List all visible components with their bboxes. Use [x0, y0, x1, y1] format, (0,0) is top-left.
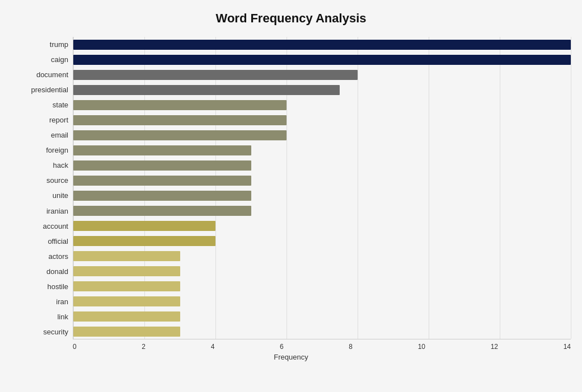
bar: [73, 145, 251, 155]
bar-row: [73, 265, 571, 277]
bar-row: [73, 220, 571, 232]
y-label: iran: [56, 298, 68, 305]
bar: [73, 40, 571, 50]
bar: [73, 115, 287, 125]
x-axis-label: Frequency: [11, 353, 571, 361]
chart-area: trumpcaigndocumentpresidentialstaterepor…: [11, 37, 571, 339]
bar: [73, 176, 251, 186]
y-label: link: [57, 313, 68, 320]
y-label: state: [53, 101, 68, 108]
bar-row: [73, 280, 571, 292]
bar-row: [73, 84, 571, 96]
y-label: report: [49, 116, 68, 124]
y-label: official: [48, 238, 68, 245]
y-label: iranian: [46, 207, 68, 215]
bar-row: [73, 310, 571, 323]
bottom-section: 02468101214 Frequency: [11, 339, 571, 361]
bar: [73, 311, 180, 322]
x-tick: 0: [73, 343, 77, 351]
x-tick: 6: [280, 343, 284, 351]
grid-lines: [73, 37, 571, 339]
bar: [73, 281, 180, 291]
x-tick: 14: [564, 343, 571, 351]
y-label: document: [36, 71, 68, 78]
grid-line: [215, 37, 216, 339]
grid-line: [571, 37, 571, 339]
grid-line: [429, 37, 429, 339]
x-tick: 12: [491, 343, 498, 351]
bar-row: [73, 144, 571, 157]
bar: [73, 70, 358, 80]
bar: [73, 236, 215, 246]
y-label: caign: [51, 56, 68, 63]
bar: [73, 221, 215, 231]
bar: [73, 160, 251, 171]
y-label: unite: [53, 192, 68, 199]
y-label: security: [43, 328, 68, 336]
y-label: actors: [49, 253, 68, 260]
y-label: presidential: [31, 86, 69, 93]
y-labels: trumpcaigndocumentpresidentialstaterepor…: [11, 37, 73, 339]
grid-line: [287, 37, 287, 339]
y-label: trump: [50, 41, 68, 48]
y-label: foreign: [46, 147, 68, 154]
x-axis: 02468101214: [73, 339, 571, 351]
bar: [73, 327, 180, 337]
y-label: hostile: [47, 283, 68, 290]
chart-title: Word Frequency Analysis: [11, 11, 571, 26]
x-tick: 2: [142, 343, 146, 351]
y-label: source: [46, 177, 68, 184]
bar-row: [73, 39, 571, 51]
bar-row: [73, 325, 571, 338]
bar-row: [73, 250, 571, 262]
bar-row: [73, 235, 571, 247]
bar: [73, 296, 180, 306]
x-tick: 4: [211, 343, 215, 351]
bar-row: [73, 129, 571, 141]
bar: [73, 266, 180, 276]
y-label: hack: [53, 162, 68, 169]
bar-row: [73, 54, 571, 66]
grid-line: [500, 37, 500, 339]
x-tick: 10: [418, 343, 425, 351]
bar: [73, 100, 287, 110]
bar-row: [73, 69, 571, 81]
bar-row: [73, 114, 571, 126]
bar-row: [73, 159, 571, 172]
bar-row: [73, 295, 571, 308]
bar-row: [73, 190, 571, 202]
chart-container: Word Frequency Analysis trumpcaigndocume…: [0, 0, 582, 392]
bar-row: [73, 205, 571, 217]
bar-row: [73, 99, 571, 111]
x-tick: 8: [349, 343, 353, 351]
y-label: donald: [46, 268, 68, 275]
bar-row: [73, 174, 571, 187]
y-label: email: [51, 131, 68, 139]
bars-area: [73, 37, 571, 339]
bar: [73, 85, 340, 95]
grid-line: [358, 37, 358, 339]
bar: [73, 206, 251, 216]
y-label: account: [43, 223, 68, 230]
bar: [73, 55, 571, 65]
bar: [73, 130, 287, 140]
grid-line: [144, 37, 145, 339]
grid-line: [73, 37, 74, 339]
bar: [73, 191, 251, 201]
bar: [73, 251, 180, 261]
